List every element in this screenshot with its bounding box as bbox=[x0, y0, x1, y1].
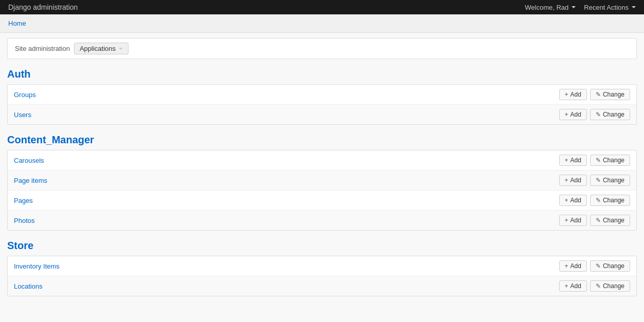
edit-icon: ✎ bbox=[596, 91, 601, 98]
add-button[interactable]: + Add bbox=[559, 195, 587, 206]
change-button[interactable]: ✎ Change bbox=[590, 260, 630, 272]
add-button[interactable]: + Add bbox=[559, 89, 587, 100]
model-actions: + Add ✎ Change bbox=[559, 155, 630, 166]
change-button[interactable]: ✎ Change bbox=[590, 215, 630, 226]
edit-icon: ✎ bbox=[596, 262, 601, 270]
model-name-link[interactable]: Photos bbox=[14, 217, 34, 224]
change-button[interactable]: ✎ Change bbox=[590, 195, 630, 206]
add-label: Add bbox=[571, 282, 581, 290]
change-label: Change bbox=[603, 111, 624, 118]
model-name-link[interactable]: Inventory Items bbox=[14, 262, 60, 270]
plus-icon: + bbox=[565, 91, 568, 98]
edit-icon: ✎ bbox=[596, 282, 601, 290]
model-actions: + Add ✎ Change bbox=[559, 215, 630, 226]
model-row-inner: Carousels + Add ✎ Change bbox=[8, 150, 636, 170]
model-name-link[interactable]: Groups bbox=[14, 91, 36, 99]
edit-icon: ✎ bbox=[596, 217, 601, 224]
change-button[interactable]: ✎ Change bbox=[590, 280, 630, 292]
applications-button[interactable]: Applications bbox=[74, 43, 128, 54]
add-label: Add bbox=[571, 157, 581, 164]
model-row-inner: Photos + Add ✎ Change bbox=[8, 211, 636, 230]
add-button[interactable]: + Add bbox=[559, 280, 587, 292]
add-button[interactable]: + Add bbox=[559, 215, 587, 226]
site-admin-label: Site administration bbox=[15, 45, 70, 52]
model-row-inner: Users + Add ✎ Change bbox=[8, 105, 636, 124]
welcome-caret-icon bbox=[572, 6, 576, 8]
breadcrumb-home[interactable]: Home bbox=[8, 20, 26, 27]
model-name-link[interactable]: Carousels bbox=[14, 157, 44, 164]
add-label: Add bbox=[571, 217, 581, 224]
model-actions: + Add ✎ Change bbox=[559, 109, 630, 120]
table-row: Users + Add ✎ Change bbox=[8, 105, 636, 124]
table-row: Page items + Add ✎ Change bbox=[8, 171, 636, 191]
section-title-content_manager: Content_Manager bbox=[7, 134, 637, 146]
recent-actions-link[interactable]: Recent Actions bbox=[584, 4, 636, 11]
secondary-nav: Site administration Applications bbox=[7, 38, 637, 59]
recent-actions-caret-icon bbox=[632, 6, 636, 8]
add-button[interactable]: + Add bbox=[559, 175, 587, 186]
plus-icon: + bbox=[565, 111, 568, 118]
table-row: Pages + Add ✎ Change bbox=[8, 191, 636, 211]
recent-actions-label: Recent Actions bbox=[584, 4, 629, 11]
change-button[interactable]: ✎ Change bbox=[590, 89, 630, 100]
main-content: Auth Groups + Add ✎ Change bbox=[7, 68, 637, 296]
model-row-inner: Pages + Add ✎ Change bbox=[8, 191, 636, 210]
welcome-label: Welcome, Rad bbox=[525, 4, 568, 11]
change-label: Change bbox=[603, 91, 624, 98]
table-row: Groups + Add ✎ Change bbox=[8, 85, 636, 105]
table-row: Photos + Add ✎ Change bbox=[8, 211, 636, 230]
change-button[interactable]: ✎ Change bbox=[590, 175, 630, 186]
model-actions: + Add ✎ Change bbox=[559, 89, 630, 100]
change-button[interactable]: ✎ Change bbox=[590, 155, 630, 166]
plus-icon: + bbox=[565, 197, 568, 204]
add-label: Add bbox=[571, 262, 581, 270]
nav-right: Welcome, Rad Recent Actions bbox=[525, 4, 636, 11]
model-row-inner: Groups + Add ✎ Change bbox=[8, 85, 636, 104]
model-row-inner: Page items + Add ✎ Change bbox=[8, 171, 636, 190]
plus-icon: + bbox=[565, 217, 568, 224]
change-label: Change bbox=[603, 217, 624, 224]
model-table-content_manager: Carousels + Add ✎ Change Page items bbox=[7, 150, 637, 231]
add-button[interactable]: + Add bbox=[559, 155, 587, 166]
section-title-auth: Auth bbox=[7, 68, 637, 80]
change-label: Change bbox=[603, 262, 624, 270]
change-label: Change bbox=[603, 197, 624, 204]
change-label: Change bbox=[603, 282, 624, 290]
add-label: Add bbox=[571, 91, 581, 98]
model-table-auth: Groups + Add ✎ Change Users bbox=[7, 84, 637, 125]
welcome-user-link[interactable]: Welcome, Rad bbox=[525, 4, 576, 11]
model-name-link[interactable]: Page items bbox=[14, 177, 47, 184]
model-row-inner: Inventory Items + Add ✎ Change bbox=[8, 256, 636, 276]
breadcrumb-bar: Home bbox=[0, 14, 644, 33]
change-label: Change bbox=[603, 177, 624, 184]
edit-icon: ✎ bbox=[596, 157, 601, 164]
site-title: Django administration bbox=[8, 3, 78, 11]
change-button[interactable]: ✎ Change bbox=[590, 109, 630, 120]
plus-icon: + bbox=[565, 177, 568, 184]
topbar: Django administration Welcome, Rad Recen… bbox=[0, 0, 644, 14]
model-table-store: Inventory Items + Add ✎ Change Loca bbox=[7, 256, 637, 296]
table-row: Locations + Add ✎ Change bbox=[8, 276, 636, 296]
model-name-link[interactable]: Pages bbox=[14, 197, 33, 204]
model-actions: + Add ✎ Change bbox=[559, 175, 630, 186]
add-button[interactable]: + Add bbox=[559, 260, 587, 272]
table-row: Inventory Items + Add ✎ Change bbox=[8, 256, 636, 276]
add-label: Add bbox=[571, 177, 581, 184]
model-actions: + Add ✎ Change bbox=[559, 195, 630, 206]
plus-icon: + bbox=[565, 282, 568, 290]
model-actions: + Add ✎ Change bbox=[559, 280, 630, 292]
add-button[interactable]: + Add bbox=[559, 109, 587, 120]
model-name-link[interactable]: Locations bbox=[14, 282, 43, 290]
edit-icon: ✎ bbox=[596, 177, 601, 184]
plus-icon: + bbox=[565, 157, 568, 164]
applications-caret-icon bbox=[119, 48, 123, 50]
add-label: Add bbox=[571, 197, 581, 204]
model-name-link[interactable]: Users bbox=[14, 111, 31, 119]
section-title-store: Store bbox=[7, 240, 637, 252]
plus-icon: + bbox=[565, 262, 568, 270]
change-label: Change bbox=[603, 157, 624, 164]
model-actions: + Add ✎ Change bbox=[559, 260, 630, 272]
edit-icon: ✎ bbox=[596, 197, 601, 204]
table-row: Carousels + Add ✎ Change bbox=[8, 150, 636, 171]
applications-label: Applications bbox=[80, 45, 116, 52]
